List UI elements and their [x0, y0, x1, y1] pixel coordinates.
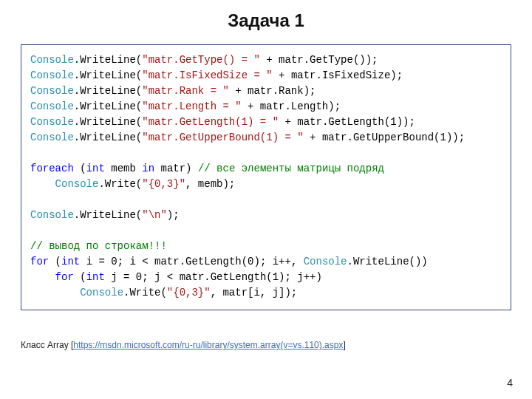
caption-prefix: Класс Array [: [21, 340, 73, 350]
caption-suffix: ]: [343, 340, 345, 350]
code-block: Console.WriteLine("matr.GetType() = " + …: [21, 44, 511, 310]
array-class-reference: Класс Array [https://msdn.microsoft.com/…: [21, 340, 511, 350]
slide-title: Задача 1: [0, 10, 532, 31]
page-number: 4: [507, 377, 513, 389]
msdn-link[interactable]: https://msdn.microsoft.com/ru-ru/library…: [73, 340, 343, 350]
